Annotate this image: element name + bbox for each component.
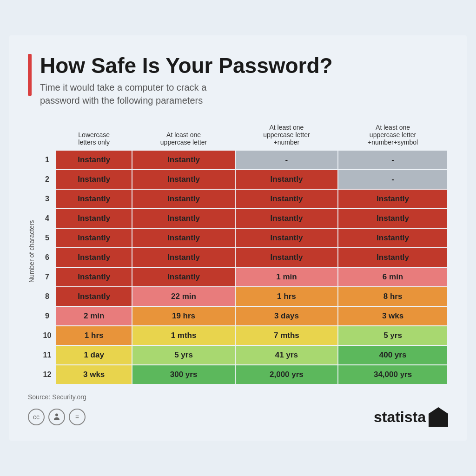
subtitle: Time it would take a computer to crack a… [40,81,333,107]
statista-logo: statista [374,407,448,427]
svg-marker-2 [439,416,448,427]
table-cell: 400 yrs [338,345,448,365]
row-number: 7 [39,267,56,287]
table-cell: 41 yrs [235,345,338,365]
table-row: 1InstantlyInstantly-- [39,150,448,170]
row-num-header [39,119,56,150]
row-number: 3 [39,189,56,209]
statista-logo-icon [429,407,448,427]
title-block: How Safe Is Your Password? Time it would… [40,54,333,107]
table-row: 123 wks300 yrs2,000 yrs34,000 yrs [39,365,448,384]
table-cell: 1 mths [132,326,235,345]
table-row: 8Instantly22 min1 hrs8 hrs [39,287,448,306]
table-cell: 1 min [235,267,338,287]
statista-text: statista [374,409,426,426]
col-header-4: At least oneuppercase letter+number+symb… [338,119,448,150]
table-cell: Instantly [132,209,235,228]
table-cell: Instantly [132,170,235,189]
row-number: 10 [39,326,56,345]
license-icons: cc = [28,409,86,425]
table-cell: 22 min [132,287,235,306]
infographic-card: How Safe Is Your Password? Time it would… [9,35,467,441]
table-cell: Instantly [56,248,132,267]
svg-point-0 [55,414,58,416]
red-accent-bar [28,54,32,96]
table-cell: Instantly [132,150,235,170]
row-number: 1 [39,150,56,170]
table-cell: 7 mths [235,326,338,345]
table-cell: 2,000 yrs [235,365,338,384]
table-cell: Instantly [235,228,338,248]
source-text: Source: Security.org [28,393,448,401]
table-cell: 3 wks [56,365,132,384]
table-cell: - [338,170,448,189]
table-cell: Instantly [56,267,132,287]
table-row: 4InstantlyInstantlyInstantlyInstantly [39,209,448,228]
table-cell: Instantly [56,287,132,306]
table-row: 3InstantlyInstantlyInstantlyInstantly [39,189,448,209]
table-cell: Instantly [235,248,338,267]
table-cell: 2 min [56,306,132,326]
column-header-row: Lowercaseletters only At least oneupperc… [39,119,448,150]
col-header-1: Lowercaseletters only [56,119,132,150]
table-cell: Instantly [56,150,132,170]
table-row: 6InstantlyInstantlyInstantlyInstantly [39,248,448,267]
table-row: 111 day5 yrs41 yrs400 yrs [39,345,448,365]
y-axis-label: Number of characters [28,118,35,385]
table-cell: 5 yrs [338,326,448,345]
header: How Safe Is Your Password? Time it would… [28,54,448,107]
table-row: 92 min19 hrs3 days3 wks [39,306,448,326]
row-number: 8 [39,287,56,306]
table-cell: 6 min [338,267,448,287]
table-cell: Instantly [235,170,338,189]
table-cell: Instantly [235,189,338,209]
table-cell: - [235,150,338,170]
row-number: 2 [39,170,56,189]
table-cell: 19 hrs [132,306,235,326]
col-header-3: At least oneuppercase letter+number [235,119,338,150]
table-container: Lowercaseletters only At least oneupperc… [39,118,448,385]
table-cell: Instantly [56,170,132,189]
table-cell: 3 wks [338,306,448,326]
table-row: 101 hrs1 mths7 mths5 yrs [39,326,448,345]
table-cell: 1 hrs [235,287,338,306]
table-cell: Instantly [338,248,448,267]
row-number: 11 [39,345,56,365]
main-title: How Safe Is Your Password? [40,54,333,78]
row-number: 6 [39,248,56,267]
row-number: 9 [39,306,56,326]
table-cell: - [338,150,448,170]
equals-icon: = [69,409,86,425]
table-cell: Instantly [338,228,448,248]
table-cell: 5 yrs [132,345,235,365]
table-cell: Instantly [56,189,132,209]
row-number: 12 [39,365,56,384]
table-row: 7InstantlyInstantly1 min6 min [39,267,448,287]
table-cell: Instantly [132,248,235,267]
password-table: Lowercaseletters only At least oneupperc… [39,118,448,385]
table-cell: Instantly [56,209,132,228]
col-header-2: At least oneuppercase letter [132,119,235,150]
table-cell: Instantly [132,267,235,287]
table-cell: 3 days [235,306,338,326]
table-wrapper: Number of characters Lowercaseletters on… [28,118,448,385]
table-row: 5InstantlyInstantlyInstantlyInstantly [39,228,448,248]
cc-icon: cc [28,409,45,425]
person-icon [48,409,65,425]
table-cell: Instantly [132,189,235,209]
table-row: 2InstantlyInstantlyInstantly- [39,170,448,189]
table-cell: Instantly [338,189,448,209]
table-cell: Instantly [235,209,338,228]
table-cell: 1 day [56,345,132,365]
footer: cc = statista [28,407,448,427]
table-cell: 1 hrs [56,326,132,345]
table-cell: Instantly [338,209,448,228]
table-cell: Instantly [56,228,132,248]
row-number: 5 [39,228,56,248]
table-cell: 8 hrs [338,287,448,306]
row-number: 4 [39,209,56,228]
table-cell: 300 yrs [132,365,235,384]
table-cell: Instantly [132,228,235,248]
table-cell: 34,000 yrs [338,365,448,384]
